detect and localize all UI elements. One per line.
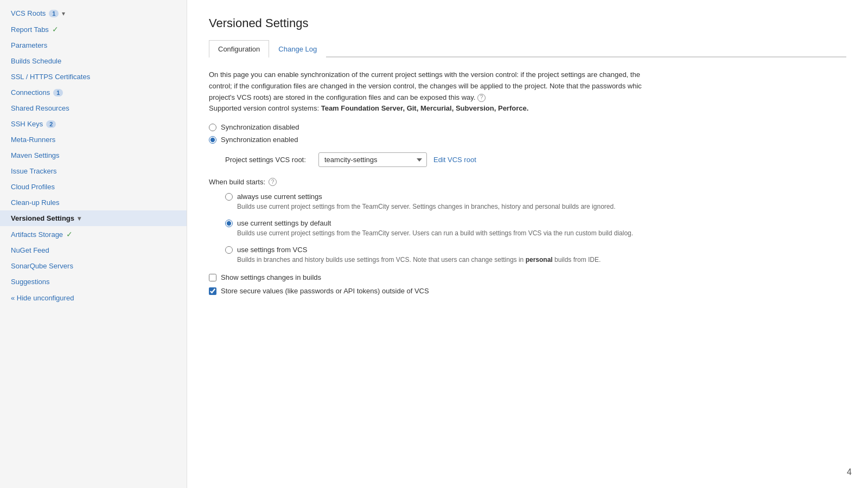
supported-systems: Team Foundation Server, Git, Mercurial, … xyxy=(321,104,529,112)
when-build-radio-use-current-default[interactable] xyxy=(225,220,233,227)
sidebar-item-label: NuGet Feed xyxy=(11,246,49,254)
sync-enabled-radio[interactable] xyxy=(209,136,216,144)
when-build-option-label-use-from-vcs: use settings from VCS xyxy=(237,246,307,254)
sidebar-item-vcs-roots[interactable]: VCS Roots1▾ xyxy=(0,5,187,21)
sidebar-item-label: Clean-up Rules xyxy=(11,198,60,207)
sidebar-item-suggestions[interactable]: Suggestions xyxy=(0,274,187,290)
sync-enabled-label: Synchronization enabled xyxy=(221,136,298,144)
sidebar-item-label: SonarQube Servers xyxy=(11,262,73,270)
sidebar-item-ssl-https[interactable]: SSL / HTTPS Certificates xyxy=(0,69,187,85)
sidebar-item-label: Connections xyxy=(11,88,50,97)
hide-unconfigured-link[interactable]: « Hide unconfigured xyxy=(0,290,187,306)
when-build-option-row-use-current-default[interactable]: use current settings by default xyxy=(225,219,846,227)
sidebar-item-label: Parameters xyxy=(11,41,47,49)
sync-disabled-label: Synchronization disabled xyxy=(221,123,299,131)
store-secure-label: Store secure values (like passwords or A… xyxy=(221,287,429,295)
when-build-section: When build starts: ? always use current … xyxy=(209,178,846,265)
when-build-option-desc-use-from-vcs: Builds in branches and history builds us… xyxy=(237,255,846,265)
vcs-root-row: Project settings VCS root: teamcity-sett… xyxy=(225,152,846,167)
sidebar-badge: 2 xyxy=(46,120,56,128)
personal-bold: personal xyxy=(526,256,553,264)
sync-disabled-option[interactable]: Synchronization disabled xyxy=(209,123,846,131)
when-build-option-always-current: always use current settingsBuilds use cu… xyxy=(225,192,846,211)
sidebar-checkmark-icon: ✓ xyxy=(52,25,59,34)
sync-disabled-radio[interactable] xyxy=(209,124,216,131)
vcs-root-label: Project settings VCS root: xyxy=(225,156,312,164)
vcs-root-section: Project settings VCS root: teamcity-sett… xyxy=(225,152,846,167)
sidebar-item-artifacts-storage[interactable]: Artifacts Storage✓ xyxy=(0,226,187,242)
when-build-label: When build starts: ? xyxy=(209,178,846,186)
sidebar: VCS Roots1▾Report Tabs✓ParametersBuilds … xyxy=(0,0,187,488)
sidebar-chevron-icon: ▾ xyxy=(62,10,65,17)
when-build-option-desc-always-current: Builds use current project settings from… xyxy=(237,202,846,211)
sidebar-item-label: SSH Keys xyxy=(11,120,43,128)
sidebar-item-report-tabs[interactable]: Report Tabs✓ xyxy=(0,21,187,37)
when-build-help-icon[interactable]: ? xyxy=(269,178,277,186)
sidebar-item-label: SSL / HTTPS Certificates xyxy=(11,73,90,81)
sidebar-item-nuget-feed[interactable]: NuGet Feed xyxy=(0,242,187,258)
sidebar-item-cloud-profiles[interactable]: Cloud Profiles xyxy=(0,179,187,195)
when-build-option-row-always-current[interactable]: always use current settings xyxy=(225,192,846,201)
supported-label: Supported version control systems: xyxy=(209,104,319,112)
when-build-radio-always-current[interactable] xyxy=(225,193,233,201)
show-changes-checkbox[interactable] xyxy=(209,274,216,281)
sidebar-item-builds-schedule[interactable]: Builds Schedule xyxy=(0,53,187,69)
sidebar-item-label: Versioned Settings xyxy=(11,214,74,222)
show-changes-checkbox-row[interactable]: Show settings changes in builds xyxy=(209,273,846,281)
page-number: 4 xyxy=(847,467,852,477)
sidebar-chevron-icon: ▾ xyxy=(78,215,81,222)
sync-radio-group: Synchronization disabled Synchronization… xyxy=(209,123,846,144)
sidebar-item-maven-settings[interactable]: Maven Settings xyxy=(0,147,187,163)
sidebar-item-label: VCS Roots xyxy=(11,9,46,17)
when-build-option-use-from-vcs: use settings from VCSBuilds in branches … xyxy=(225,246,846,265)
main-content: Versioned Settings ConfigurationChange L… xyxy=(187,0,868,488)
when-build-option-desc-use-current-default: Builds use current project settings from… xyxy=(237,228,846,238)
tab-configuration[interactable]: Configuration xyxy=(209,40,269,57)
show-changes-label: Show settings changes in builds xyxy=(221,273,321,281)
tab-change-log[interactable]: Change Log xyxy=(269,40,326,57)
sidebar-item-label: Meta-Runners xyxy=(11,136,55,144)
sidebar-badge: 1 xyxy=(53,89,63,97)
when-build-option-label-always-current: always use current settings xyxy=(237,192,322,201)
sidebar-item-label: Shared Resources xyxy=(11,104,69,112)
sidebar-checkmark-icon: ✓ xyxy=(66,230,73,239)
when-build-label-text: When build starts: xyxy=(209,178,265,186)
edit-vcs-root-link[interactable]: Edit VCS root xyxy=(433,156,476,164)
page-title: Versioned Settings xyxy=(209,16,846,30)
sidebar-item-label: Issue Trackers xyxy=(11,167,57,175)
sidebar-item-label: Cloud Profiles xyxy=(11,183,55,191)
sidebar-item-label: Report Tabs xyxy=(11,25,49,34)
when-build-option-row-use-from-vcs[interactable]: use settings from VCS xyxy=(225,246,846,254)
store-secure-checkbox[interactable] xyxy=(209,287,216,295)
description-line3: project's VCS roots) are stored in the c… xyxy=(209,93,475,101)
sidebar-item-label: Suggestions xyxy=(11,278,50,286)
vcs-root-select[interactable]: teamcity-settings xyxy=(318,152,427,167)
sidebar-badge: 1 xyxy=(49,10,59,17)
sidebar-item-clean-up-rules[interactable]: Clean-up Rules xyxy=(0,195,187,210)
sidebar-item-label: Artifacts Storage xyxy=(11,230,63,239)
sidebar-item-parameters[interactable]: Parameters xyxy=(0,37,187,53)
sidebar-item-meta-runners[interactable]: Meta-Runners xyxy=(0,132,187,147)
help-icon[interactable]: ? xyxy=(477,94,486,102)
description-line1: On this page you can enable synchronizat… xyxy=(209,70,640,79)
description: On this page you can enable synchronizat… xyxy=(209,69,751,114)
tabs-container: ConfigurationChange Log xyxy=(209,40,846,57)
sidebar-item-versioned-settings[interactable]: Versioned Settings▾ xyxy=(0,210,187,226)
when-build-options: always use current settingsBuilds use cu… xyxy=(225,192,846,265)
sidebar-item-sonarqube-servers[interactable]: SonarQube Servers xyxy=(0,258,187,274)
sidebar-item-label: Maven Settings xyxy=(11,151,60,159)
sidebar-item-shared-resources[interactable]: Shared Resources xyxy=(0,100,187,116)
when-build-option-use-current-default: use current settings by defaultBuilds us… xyxy=(225,219,846,238)
sidebar-item-issue-trackers[interactable]: Issue Trackers xyxy=(0,163,187,179)
sync-enabled-option[interactable]: Synchronization enabled xyxy=(209,136,846,144)
description-line2: control; if the configuration files are … xyxy=(209,82,642,90)
sidebar-item-label: Builds Schedule xyxy=(11,57,61,65)
sidebar-item-ssh-keys[interactable]: SSH Keys2 xyxy=(0,116,187,132)
when-build-radio-use-from-vcs[interactable] xyxy=(225,246,233,254)
when-build-option-label-use-current-default: use current settings by default xyxy=(237,219,331,227)
checkboxes-section: Show settings changes in builds Store se… xyxy=(209,273,846,295)
store-secure-checkbox-row[interactable]: Store secure values (like passwords or A… xyxy=(209,287,846,295)
sidebar-item-connections[interactable]: Connections1 xyxy=(0,85,187,100)
